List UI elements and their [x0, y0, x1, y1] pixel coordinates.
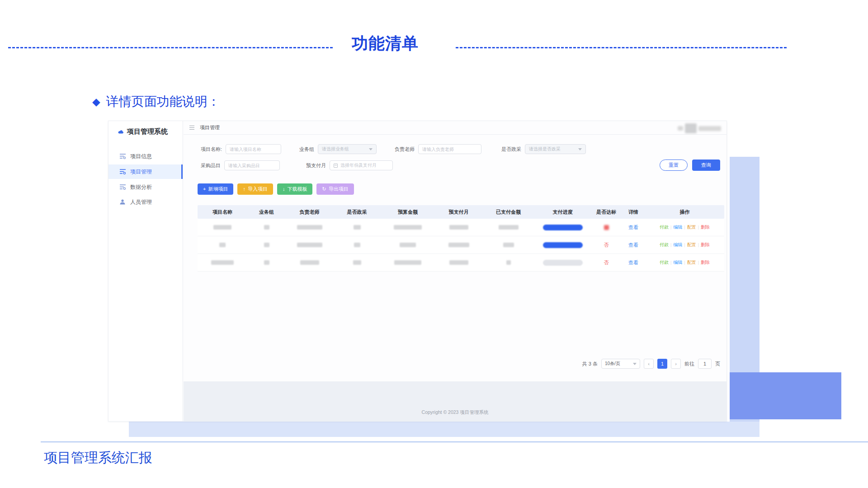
search-field-负责老师: 负责老师: [395, 144, 481, 154]
app-footer: Copyright © 2023 项目管理系统: [184, 381, 726, 421]
table-cell-reach: 否: [591, 259, 622, 266]
sidebar-item-label: 人员管理: [130, 198, 152, 206]
main-area: 项目管理 项目名称:业务组请选择业务组负责老师是否政采请选择是否政采 采购品目预…: [184, 121, 726, 421]
text-input[interactable]: [418, 144, 481, 154]
table-cell-ops: 付款|编辑|配置|删除: [645, 224, 724, 230]
sidebar-item-人员管理[interactable]: 人员管理: [108, 195, 183, 209]
table-header-cell: 是否政采: [333, 209, 381, 216]
user-account-redacted[interactable]: [678, 123, 721, 133]
table-cell: [381, 225, 435, 230]
op-link-删除[interactable]: 删除: [701, 259, 710, 266]
table-header-cell: 详情: [622, 209, 645, 216]
progress-bar: [543, 225, 583, 230]
redacted-value: [449, 225, 468, 230]
detail-link[interactable]: 查看: [628, 242, 638, 249]
select-dropdown[interactable]: 请选择业务组: [318, 144, 377, 154]
next-page-button[interactable]: ›: [671, 359, 681, 369]
select-dropdown[interactable]: 请选择是否政采: [525, 144, 586, 154]
date-picker[interactable]: 选择年份及支付月: [330, 160, 393, 170]
app-screenshot: 项目管理系统 项目信息项目管理数据分析人员管理 项目管理 项目名称:业务组请选择…: [108, 121, 727, 422]
sidebar: 项目管理系统 项目信息项目管理数据分析人员管理: [108, 121, 183, 421]
search-form-row-1: 项目名称:业务组请选择业务组负责老师是否政采请选择是否政采: [201, 144, 586, 155]
table-cell-detail: 查看: [622, 259, 645, 266]
redacted-value: [394, 225, 422, 230]
chevron-down-icon: [633, 363, 637, 365]
avatar: [685, 123, 697, 133]
新增项目-button[interactable]: +新增项目: [198, 183, 233, 195]
detail-link[interactable]: 查看: [628, 259, 638, 266]
sidebar-item-数据分析[interactable]: 数据分析: [108, 180, 183, 194]
query-button[interactable]: 查询: [692, 160, 720, 171]
select-placeholder: 请选择业务组: [322, 146, 349, 152]
下载模板-button[interactable]: ↓下载模板: [277, 183, 313, 195]
table-cell: [482, 260, 534, 265]
redacted-value: [297, 225, 322, 230]
topbar: 项目管理: [184, 121, 726, 135]
op-link-配置[interactable]: 配置: [687, 224, 696, 230]
field-label: 预支付月: [306, 162, 326, 169]
redacted-value: [300, 260, 319, 265]
text-input[interactable]: [224, 160, 280, 170]
redacted-value: [503, 243, 514, 247]
text-input[interactable]: [226, 144, 281, 154]
slide-title: 功能清单: [352, 33, 419, 55]
table-row: 否查看付款|编辑|配置|删除: [198, 236, 724, 254]
page-number-active[interactable]: 1: [657, 359, 667, 369]
search-field-业务组: 业务组请选择业务组: [299, 144, 377, 154]
goto-page-input[interactable]: [698, 359, 712, 369]
table-cell-reach: [591, 225, 622, 230]
op-link-删除[interactable]: 删除: [701, 242, 710, 248]
collapse-menu-icon[interactable]: [189, 126, 194, 130]
table-cell: [482, 243, 534, 247]
op-link-编辑[interactable]: 编辑: [673, 259, 682, 266]
redacted-value: [449, 260, 468, 265]
table-cell-progress: [534, 242, 591, 248]
redacted-value: [264, 225, 269, 230]
sidebar-item-项目管理[interactable]: 项目管理: [108, 164, 183, 179]
toolbar-button-label: 导入项目: [248, 186, 268, 192]
brand: 项目管理系统: [108, 121, 183, 136]
table-cell: [435, 243, 482, 247]
username-redacted: [698, 126, 721, 131]
op-link-付款[interactable]: 付款: [660, 242, 669, 248]
reset-button[interactable]: 重置: [660, 160, 688, 171]
op-separator: |: [684, 225, 685, 230]
plus-icon: +: [203, 187, 206, 192]
op-link-付款[interactable]: 付款: [660, 259, 669, 266]
pagination: 共 3 条 10条/页 ‹ 1 › 前往 页: [582, 359, 720, 369]
op-link-配置[interactable]: 配置: [687, 259, 696, 266]
op-link-删除[interactable]: 删除: [701, 224, 710, 230]
select-placeholder: 请选择是否政采: [529, 146, 561, 152]
op-link-配置[interactable]: 配置: [687, 242, 696, 248]
导入项目-button[interactable]: ↑导入项目: [237, 183, 273, 195]
list-icon: [119, 169, 126, 174]
redacted-value: [394, 260, 421, 265]
date-placeholder: 选择年份及支付月: [340, 162, 377, 169]
redacted-value: [213, 225, 231, 230]
page-size-select[interactable]: 10条/页: [601, 359, 640, 369]
detail-link[interactable]: 查看: [628, 224, 638, 231]
table-cell-ops: 付款|编辑|配置|删除: [645, 242, 724, 248]
section-heading-text: 详情页面功能说明：: [106, 93, 220, 110]
title-dash-right: [456, 47, 787, 48]
field-label: 采购品目: [201, 162, 221, 169]
chevron-down-icon: [578, 148, 582, 150]
field-label: 业务组: [299, 146, 314, 153]
redacted-value: [499, 225, 519, 230]
table-header-cell: 预支付月: [435, 209, 482, 216]
op-link-编辑[interactable]: 编辑: [673, 224, 682, 230]
op-link-付款[interactable]: 付款: [660, 224, 669, 230]
导出项目-button[interactable]: ↻导出项目: [316, 183, 354, 195]
table-header-cell: 是否达标: [591, 209, 622, 216]
op-link-编辑[interactable]: 编辑: [673, 242, 682, 248]
sidebar-item-项目信息[interactable]: 项目信息: [108, 150, 183, 163]
table-header-cell: 预算金额: [381, 209, 435, 216]
breadcrumb: 项目管理: [200, 124, 220, 131]
prev-page-button[interactable]: ‹: [644, 359, 654, 369]
sidebar-item-label: 数据分析: [130, 183, 152, 191]
redacted-value: [506, 260, 511, 265]
op-separator: |: [684, 243, 685, 247]
redacted-value: [211, 260, 234, 265]
user-icon: [119, 199, 126, 205]
op-separator: |: [698, 260, 699, 265]
